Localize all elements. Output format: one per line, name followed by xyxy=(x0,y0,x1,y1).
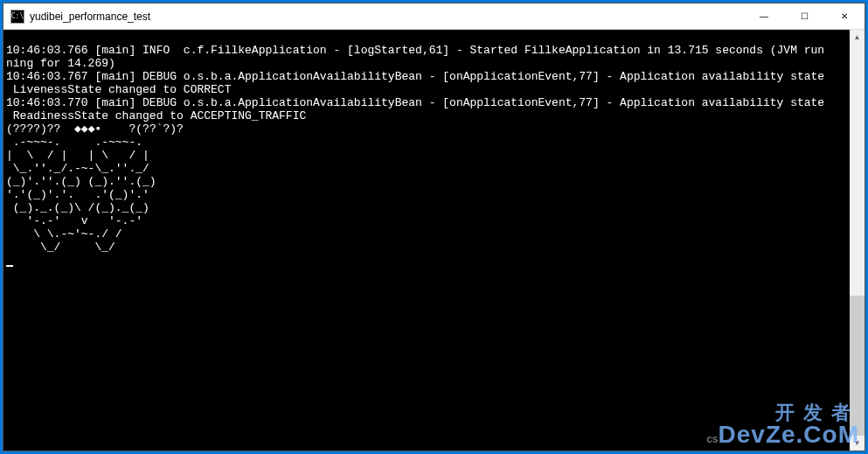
ascii-art-line: \ \.-~'~-./ / xyxy=(6,227,156,241)
minimize-button[interactable]: — xyxy=(744,3,784,29)
window-title: yudibei_performance_test xyxy=(30,10,744,23)
ascii-art-line: \_.''._/.-~-\_.''._/ xyxy=(6,162,156,175)
app-window: C:\ yudibei_performance_test — ☐ ✕ 10:46… xyxy=(3,3,865,451)
scrollbar-thumb[interactable] xyxy=(850,296,865,436)
vertical-scrollbar[interactable]: ▲ ▼ xyxy=(850,30,865,451)
log-line: 10:46:03.770 [main] DEBUG o.s.b.a.Applic… xyxy=(6,96,824,109)
ascii-art-line: \_/ \_/ xyxy=(6,241,156,254)
log-line: 10:46:03.767 [main] DEBUG o.s.b.a.Applic… xyxy=(6,70,824,83)
log-line: (????)?? ◆◆◆▪ ?(??`?)? xyxy=(6,122,184,136)
scrollbar-track[interactable] xyxy=(850,45,865,436)
titlebar[interactable]: C:\ yudibei_performance_test — ☐ ✕ xyxy=(3,3,865,30)
log-line: LivenessState changed to CORRECT xyxy=(6,83,231,96)
close-button[interactable]: ✕ xyxy=(824,3,865,29)
ascii-art-line: | \ / | | \ / | xyxy=(6,149,156,162)
terminal-cursor xyxy=(6,265,13,267)
cmd-icon: C:\ xyxy=(10,10,24,24)
scroll-down-button[interactable]: ▼ xyxy=(850,436,865,451)
log-line: 10:46:03.766 [main] INFO c.f.FillkeAppli… xyxy=(6,44,824,57)
ascii-art-line: '.'(_)'.'. .'(_)'.' xyxy=(6,188,156,201)
ascii-art-line: (_)'.''.(_) (_).''.(_) xyxy=(6,175,156,188)
ascii-art-line: .-~~~-. .-~~~-. xyxy=(6,136,156,149)
terminal-output[interactable]: 10:46:03.766 [main] INFO c.f.FillkeAppli… xyxy=(3,30,850,451)
maximize-button[interactable]: ☐ xyxy=(784,3,824,29)
terminal-container: 10:46:03.766 [main] INFO c.f.FillkeAppli… xyxy=(3,30,865,451)
ascii-art-line: (_)._.(_)\ /(_)._(_) xyxy=(6,201,156,214)
log-line: ning for 14.269) xyxy=(6,57,115,70)
ascii-art-line: '-.-' v '-.-' xyxy=(6,214,156,227)
scroll-up-button[interactable]: ▲ xyxy=(850,30,865,45)
window-controls: — ☐ ✕ xyxy=(744,3,865,29)
log-line: ReadinessState changed to ACCEPTING_TRAF… xyxy=(6,109,306,122)
